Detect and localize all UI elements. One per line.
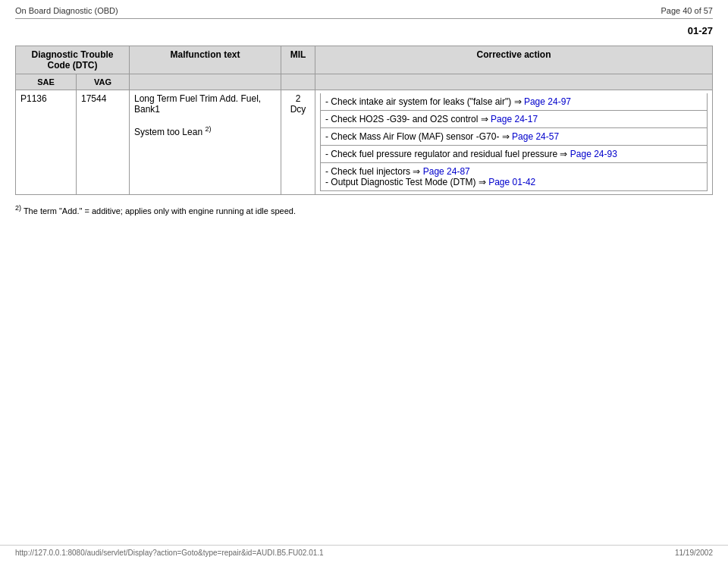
corrective-row-4: - Check fuel pressure regulator and resi… — [321, 146, 708, 163]
link-page-24-87[interactable]: Page 24-87 — [423, 166, 470, 177]
header-mil: MIL — [281, 46, 315, 74]
doc-number: 01-27 — [0, 25, 728, 36]
corrective-sub-table: - Check intake air system for leaks ("fa… — [320, 93, 708, 191]
link-page-24-93[interactable]: Page 24-93 — [570, 149, 617, 159]
cell-sae: P1136 — [16, 90, 77, 195]
page-title-left: On Board Diagnostic (OBD) — [15, 6, 118, 15]
link-page-24-17[interactable]: Page 24-17 — [491, 114, 538, 124]
page-title-right: Page 40 of 57 — [661, 6, 713, 15]
subheader-malfunction-empty — [130, 74, 281, 90]
cell-vag: 17544 — [77, 90, 130, 195]
corrective-row-5: - Check fuel injectors ⇒ Page 24-87 - Ou… — [321, 163, 708, 191]
link-page-01-42[interactable]: Page 01-42 — [488, 177, 535, 187]
table-row: P1136 17544 Long Term Fuel Trim Add. Fue… — [16, 90, 713, 195]
cell-corrective: - Check intake air system for leaks ("fa… — [315, 90, 713, 195]
footnote-2: 2) The term "Add." = additive; applies o… — [15, 204, 713, 215]
cell-mil: 2Dcy — [281, 90, 315, 195]
footnote-2-marker: 2) — [15, 204, 21, 212]
main-table: Diagnostic Trouble Code (DTC) Malfunctio… — [15, 46, 713, 195]
corrective-item-1: - Check intake air system for leaks ("fa… — [321, 93, 708, 111]
link-page-24-57[interactable]: Page 24-57 — [512, 131, 559, 142]
link-page-24-97[interactable]: Page 24-97 — [524, 96, 571, 107]
content-area: Diagnostic Trouble Code (DTC) Malfunctio… — [0, 46, 728, 195]
header-malfunction: Malfunction text — [130, 46, 281, 74]
subheader-sae: SAE — [16, 74, 77, 90]
page-footer: http://127.0.0.1:8080/audi/servlet/Displ… — [0, 545, 728, 557]
subheader-mil-empty — [281, 74, 315, 90]
corrective-item-2: - Check HO2S -G39- and O2S control ⇒ Pag… — [321, 111, 708, 128]
footnote-marker-2: 2) — [205, 125, 211, 133]
footnote-area: 2) The term "Add." = additive; applies o… — [0, 195, 728, 225]
corrective-row-2: - Check HO2S -G39- and O2S control ⇒ Pag… — [321, 111, 708, 128]
subheader-corrective-empty — [315, 74, 713, 90]
corrective-row-3: - Check Mass Air Flow (MAF) sensor -G70-… — [321, 128, 708, 146]
footer-url: http://127.0.0.1:8080/audi/servlet/Displ… — [15, 549, 324, 557]
corrective-item-4: - Check fuel pressure regulator and resi… — [321, 146, 708, 163]
corrective-item-3: - Check Mass Air Flow (MAF) sensor -G70-… — [321, 128, 708, 146]
corrective-row-1: - Check intake air system for leaks ("fa… — [321, 93, 708, 111]
footnote-2-text: The term "Add." = additive; applies only… — [24, 206, 296, 215]
cell-malfunction: Long Term Fuel Trim Add. Fuel, Bank1 Sys… — [130, 90, 281, 195]
footer-date: 11/19/2002 — [675, 549, 713, 557]
subheader-vag: VAG — [77, 74, 130, 90]
corrective-item-5: - Check fuel injectors ⇒ Page 24-87 - Ou… — [321, 163, 708, 191]
header-corrective: Corrective action — [315, 46, 713, 74]
header-divider — [15, 18, 713, 19]
header-dtc: Diagnostic Trouble Code (DTC) — [16, 46, 130, 74]
